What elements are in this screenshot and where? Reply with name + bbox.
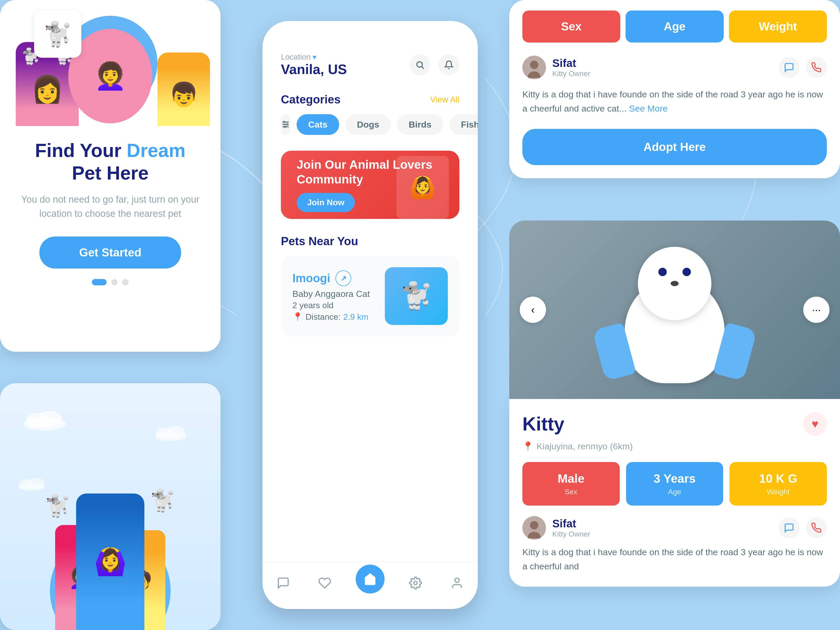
owner-row-top: Sifat Kitty Owner: [509, 51, 840, 85]
kitty-weight-label: Weight: [736, 488, 821, 496]
right-bottom-card: ‹ ··· Kitty ♥ 📍 Kiajuyina, renmyo (6km) …: [509, 221, 840, 587]
kitty-heart-button[interactable]: ♥: [803, 412, 827, 436]
title-part2: Pet Here: [72, 163, 148, 183]
photo-content: [609, 236, 740, 383]
dog-head: [638, 247, 711, 320]
call-action-button-bottom[interactable]: [806, 517, 827, 538]
owner-actions-top: [778, 57, 827, 78]
dot-3: [122, 279, 129, 285]
owner-role-top: Kitty Owner: [552, 69, 591, 78]
description-text-top: Kitty is a dog that i have founde on the…: [523, 89, 823, 114]
nav-profile-icon[interactable]: [447, 573, 467, 594]
nav-chat-icon[interactable]: [273, 573, 294, 594]
owner-row-bottom: Sifat Kitty Owner: [523, 516, 827, 545]
bottom-nav: [262, 562, 478, 609]
owner-avatar-bottom: [523, 516, 546, 540]
bottom-card-figures: 👩‍🦱 🙆‍♀️ 🧒 🐩 🐩: [45, 472, 176, 630]
dog-eyes: [658, 268, 691, 276]
photo-more-button[interactable]: ···: [803, 297, 829, 323]
svg-point-16: [284, 126, 286, 128]
pet-card-imoogi[interactable]: Imoogi ↗ Baby Anggaora Cat 2 years old 📍…: [281, 256, 459, 336]
call-action-button-top[interactable]: [806, 57, 827, 78]
onboarding-card-bottom: 👩‍🦱 🙆‍♀️ 🧒 🐩 🐩: [0, 383, 221, 630]
header-icons: [409, 54, 459, 75]
right-top-detail-card: Sex Age Weight Sifat Kitty Owner: [509, 0, 840, 178]
location-group: Location ▾ Vanila, US: [281, 52, 347, 77]
svg-point-14: [283, 121, 285, 123]
category-dogs-button[interactable]: Dogs: [346, 114, 391, 135]
kitty-location: 📍 Kiajuyina, renmyo (6km): [523, 441, 827, 452]
community-title: Join Our Animal Lovers Community: [297, 158, 444, 186]
svg-point-8: [28, 478, 45, 489]
dot-1: [92, 279, 107, 285]
kitty-photo-card: ‹ ···: [509, 221, 840, 399]
pet-description-top: Kitty is a dog that i have founde on the…: [509, 85, 840, 124]
hero-area: 👩 🐩 🐩 👦 👩‍🦱 🐩: [0, 0, 221, 126]
owner-info-top: Sifat Kitty Owner: [523, 56, 591, 79]
category-fish-button[interactable]: Fish: [449, 114, 478, 135]
status-bar-spacer: [262, 21, 478, 32]
dog-photo-figure: [609, 236, 740, 383]
notification-button[interactable]: [438, 54, 459, 75]
get-started-button[interactable]: Get Started: [39, 237, 181, 268]
category-birds-button[interactable]: Birds: [397, 114, 443, 135]
kitty-name: Kitty: [523, 413, 564, 435]
nav-heart-icon[interactable]: [314, 573, 335, 594]
location-pin-icon: 📍: [292, 312, 303, 322]
kitty-age-label: Age: [632, 488, 717, 496]
chat-action-button-bottom[interactable]: [778, 517, 800, 538]
stat-age-label: Age: [663, 20, 685, 33]
stat-age-card: Age: [625, 11, 723, 43]
center-phone: Location ▾ Vanila, US Categories View Al…: [262, 21, 478, 609]
kitty-sex-label: Sex: [529, 488, 613, 496]
stat-weight-card: Weight: [729, 11, 827, 43]
photo-prev-button[interactable]: ‹: [520, 297, 546, 323]
svg-point-20: [530, 61, 538, 69]
dog-eye-left: [658, 268, 667, 276]
filter-icon-button[interactable]: [281, 114, 291, 135]
kitty-header: Kitty ♥: [523, 412, 827, 436]
dog-thumbnail-left: 🐩: [34, 11, 81, 58]
category-cats-button[interactable]: Cats: [297, 114, 339, 135]
pet-info: Imoogi ↗ Baby Anggaora Cat 2 years old 📍…: [292, 270, 385, 322]
pet-breed: Baby Anggaora Cat: [292, 289, 385, 299]
onboarding-card-top: 👩 🐩 🐩 👦 👩‍🦱 🐩 Find Your Dream Pet Here Y…: [0, 0, 221, 352]
owner-text-top: Sifat Kitty Owner: [552, 57, 591, 78]
owner-actions-bottom: [778, 517, 827, 538]
title-part1: Find Your: [35, 140, 126, 161]
kitty-stats-row: Male Sex 3 Years Age 10 K G Weight: [523, 462, 827, 505]
svg-line-10: [422, 67, 424, 69]
view-all-link[interactable]: View All: [430, 95, 459, 104]
svg-point-9: [417, 62, 422, 67]
community-text: Join Our Animal Lovers Community Join No…: [297, 158, 444, 212]
nav-home-button[interactable]: [356, 565, 385, 594]
pet-age: 2 years old: [292, 300, 385, 310]
pet-image: 🐩: [385, 267, 448, 325]
svg-point-5: [166, 426, 185, 438]
text-section: Find Your Dream Pet Here You do not need…: [0, 126, 221, 293]
stat-weight-label: Weight: [759, 20, 797, 33]
main-title: Find Your Dream Pet Here: [21, 139, 199, 185]
chat-action-button-top[interactable]: [778, 57, 800, 78]
kitty-location-text: Kiajuyina, renmyo (6km): [537, 441, 633, 452]
owner-name-bottom: Sifat: [552, 517, 591, 530]
description-text-bottom: Kitty is a dog that i have founde on the…: [523, 547, 823, 571]
adopt-button-top[interactable]: Adopt Here: [523, 129, 827, 165]
distance-label: Distance:: [306, 312, 341, 322]
stat-sex-card: Sex: [523, 11, 620, 43]
dot-indicators: [21, 279, 199, 285]
pet-arrow-icon[interactable]: ↗: [335, 270, 351, 286]
kitty-stat-sex: Male Sex: [523, 462, 620, 505]
location-city: Vanila, US: [281, 62, 347, 77]
kitty-detail-card: Kitty ♥ 📍 Kiajuyina, renmyo (6km) Male S…: [509, 399, 840, 587]
pet-name: Imoogi ↗: [292, 270, 385, 286]
join-now-button[interactable]: Join Now: [297, 193, 355, 212]
see-more-link-top[interactable]: See More: [629, 103, 668, 114]
categories-list: Cats Dogs Birds Fish: [281, 114, 459, 135]
categories-title: Categories: [281, 93, 341, 106]
kitty-weight-value: 10 K G: [736, 471, 821, 486]
nav-settings-icon[interactable]: [405, 573, 426, 594]
search-button[interactable]: [409, 54, 431, 75]
location-chevron-icon[interactable]: ▾: [313, 53, 316, 62]
dog-eye-right: [682, 268, 691, 276]
